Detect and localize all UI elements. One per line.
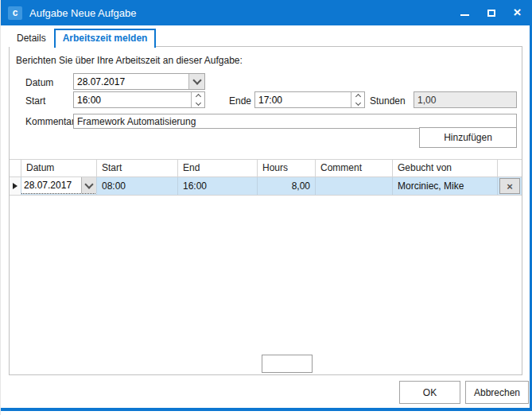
maximize-button[interactable] [478,0,504,25]
stunden-field [414,91,517,108]
datum-input[interactable] [74,74,188,89]
start-time-field[interactable] [73,91,205,108]
row-indicator[interactable] [10,177,21,195]
grid-header-row: Datum Start End Hours Comment Gebucht vo… [10,159,522,177]
grid-header-gebucht-von[interactable]: Gebucht von [393,160,498,176]
window-controls: × [452,0,530,25]
ende-input[interactable] [255,92,351,107]
delete-row-button[interactable]: × [499,178,520,194]
grid-header-actions [498,160,522,176]
ok-button[interactable]: OK [399,381,460,404]
datum-dropdown-button[interactable] [188,74,204,89]
arbeitszeit-panel: Berichten Sie über Ihre Arbeitszeit an d… [9,46,522,375]
row-start-cell[interactable]: 08:00 [97,177,178,195]
start-spinner [191,92,204,107]
kommentar-label: Kommentar [25,116,75,127]
title-bar[interactable]: c Aufgabe Neue Aufgabe × [1,0,530,25]
grid-header-comment[interactable]: Comment [316,160,393,176]
close-icon: × [514,6,522,19]
app-icon: c [8,6,22,20]
chevron-down-icon [192,76,201,84]
grid-header-indicator [10,160,21,176]
row-datum-editor[interactable] [21,177,97,194]
row-datum-input[interactable] [21,177,81,193]
delete-icon: × [507,181,513,192]
table-row[interactable]: 08:00 16:00 8,00 Morciniec, Mike × [10,177,522,196]
tab-bar: Details Arbeitszeit melden [9,27,156,47]
grid-header-datum[interactable]: Datum [21,160,97,176]
grid-header-start[interactable]: Start [97,160,178,176]
hinzufuegen-button[interactable]: Hinzufügen [419,127,517,148]
start-spinner-down-button[interactable] [192,100,204,108]
grid-header-hours[interactable]: Hours [258,160,316,176]
row-arrow-icon [13,183,17,189]
ende-time-field[interactable] [254,91,365,108]
bottom-center-box[interactable] [262,355,313,373]
worktime-grid: Datum Start End Hours Comment Gebucht vo… [10,159,522,196]
row-datum-dropdown-button[interactable] [81,177,96,193]
close-button[interactable]: × [504,0,530,25]
dialog-window: c Aufgabe Neue Aufgabe × Details Arbeits… [0,0,532,415]
row-hours-cell[interactable]: 8,00 [258,177,316,195]
datum-combobox[interactable] [73,73,205,90]
row-gebucht-von-cell[interactable]: Morciniec, Mike [393,177,498,195]
stunden-label: Stunden [370,95,406,107]
start-input[interactable] [74,92,191,107]
intro-text: Berichten Sie über Ihre Arbeitszeit an d… [16,55,243,66]
abbrechen-button[interactable]: Abbrechen [465,381,529,404]
chevron-down-icon [355,100,360,106]
ende-spinner-down-button[interactable] [351,100,364,108]
minimize-icon [460,14,469,16]
start-spinner-up-button[interactable] [192,92,204,100]
chevron-up-icon [355,94,360,99]
row-comment-cell[interactable] [316,177,393,195]
minimize-button[interactable] [452,0,478,25]
row-end-cell[interactable]: 16:00 [178,177,258,195]
window-border-bottom [1,408,532,411]
ende-spinner [351,92,364,107]
datum-label: Datum [25,77,53,88]
tab-details[interactable]: Details [9,30,54,47]
app-icon-glyph: c [13,7,18,18]
tab-arbeitszeit-melden[interactable]: Arbeitszeit melden [54,29,157,48]
row-actions-cell: × [498,177,522,195]
grid-header-end[interactable]: End [178,160,258,176]
chevron-down-icon [84,180,93,188]
row-datum-cell [21,177,97,195]
chevron-down-icon [195,100,200,106]
chevron-up-icon [195,94,200,99]
start-label: Start [25,95,45,107]
ende-spinner-up-button[interactable] [351,92,364,100]
maximize-icon [487,10,495,17]
window-title: Aufgabe Neue Aufgabe [29,7,136,19]
ende-label: Ende [229,95,251,107]
